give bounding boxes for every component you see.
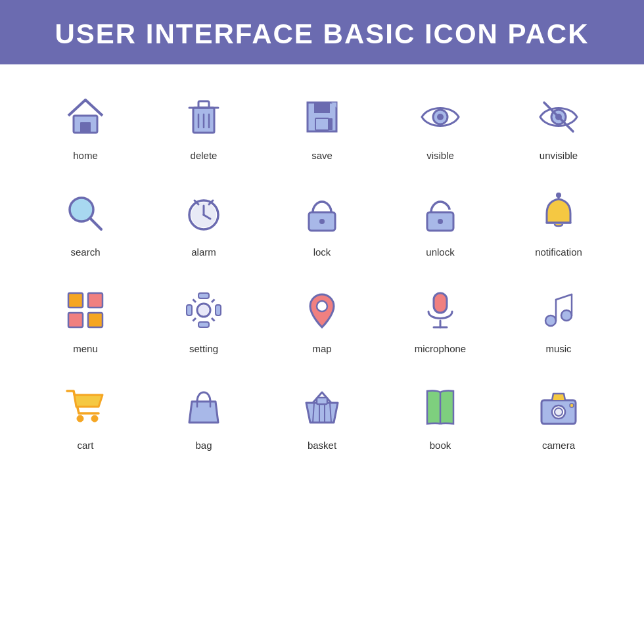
icon-item-unvisible: unvisible — [506, 91, 611, 161]
svg-point-24 — [319, 219, 325, 224]
setting-label: setting — [189, 343, 218, 354]
svg-rect-37 — [216, 305, 221, 315]
icon-item-notification: notification — [506, 187, 611, 258]
icon-item-setting: setting — [151, 284, 256, 354]
icon-row-1: home delete — [26, 78, 618, 174]
svg-line-14 — [544, 103, 573, 131]
svg-rect-30 — [68, 313, 83, 327]
svg-rect-39 — [434, 293, 447, 313]
icon-item-camera: camera — [506, 380, 611, 451]
book-icon — [414, 380, 467, 433]
header: USER INTERFACE BASIC ICON PACK — [0, 0, 644, 64]
svg-rect-4 — [198, 101, 209, 108]
icon-item-music: music — [506, 284, 611, 354]
bag-label: bag — [195, 440, 212, 451]
camera-icon — [532, 380, 585, 433]
camera-label: camera — [542, 440, 575, 451]
music-label: music — [545, 343, 571, 354]
icon-item-visible: visible — [388, 91, 493, 161]
icon-item-alarm: alarm — [151, 187, 256, 258]
unvisible-label: unvisible — [540, 150, 578, 161]
svg-point-59 — [555, 408, 563, 416]
cart-icon — [59, 380, 112, 433]
icon-row-2: search alarm — [26, 174, 618, 271]
svg-point-42 — [545, 315, 556, 326]
save-icon — [296, 91, 348, 143]
svg-rect-35 — [198, 322, 209, 327]
unlock-icon — [414, 187, 467, 240]
svg-point-47 — [77, 415, 83, 422]
icon-item-cart: cart — [33, 380, 138, 451]
unvisible-icon — [532, 91, 585, 143]
unlock-label: unlock — [426, 246, 454, 258]
menu-label: menu — [73, 343, 98, 354]
basket-icon — [296, 380, 348, 433]
home-icon — [59, 91, 112, 143]
svg-rect-1 — [80, 122, 91, 133]
delete-icon — [177, 91, 230, 143]
svg-line-16 — [90, 218, 101, 229]
bag-icon — [177, 380, 230, 433]
map-label: map — [312, 343, 331, 354]
page-title: USER INTERFACE BASIC ICON PACK — [13, 18, 631, 50]
setting-icon — [177, 284, 230, 336]
visible-icon — [414, 91, 467, 143]
music-icon — [532, 284, 585, 336]
icon-item-delete: delete — [151, 91, 256, 161]
icon-item-menu: menu — [33, 284, 138, 354]
notification-label: notification — [535, 246, 582, 258]
icon-item-home: home — [33, 91, 138, 161]
alarm-label: alarm — [191, 246, 216, 258]
svg-point-60 — [570, 403, 574, 407]
save-label: save — [311, 150, 333, 161]
svg-rect-55 — [317, 398, 327, 404]
icon-item-unlock: unlock — [388, 187, 493, 258]
microphone-label: microphone — [415, 343, 466, 354]
svg-rect-31 — [88, 313, 103, 327]
lock-icon — [296, 187, 348, 240]
svg-point-48 — [91, 415, 98, 422]
icon-row-3: menu — [26, 271, 618, 367]
lock-label: lock — [313, 246, 331, 258]
svg-rect-9 — [315, 118, 329, 130]
basket-label: basket — [308, 440, 336, 451]
notification-icon — [532, 187, 585, 240]
svg-point-27 — [556, 193, 561, 198]
icon-item-basket: basket — [269, 380, 375, 451]
menu-icon — [59, 284, 112, 336]
search-label: search — [70, 246, 100, 258]
icon-item-bag: bag — [151, 380, 256, 451]
icon-item-book: book — [388, 380, 493, 451]
microphone-icon — [414, 284, 467, 336]
search-icon — [59, 187, 112, 240]
svg-point-38 — [317, 301, 327, 311]
icon-item-map: map — [269, 284, 375, 354]
icon-item-microphone: microphone — [388, 284, 493, 354]
icon-item-search: search — [33, 187, 138, 258]
book-label: book — [430, 440, 451, 451]
map-icon — [296, 284, 348, 336]
svg-rect-29 — [88, 293, 103, 308]
icons-container: home delete — [0, 64, 644, 477]
svg-rect-36 — [187, 305, 192, 315]
svg-rect-28 — [68, 293, 83, 308]
svg-point-43 — [561, 310, 572, 321]
visible-label: visible — [426, 150, 454, 161]
svg-point-11 — [437, 114, 444, 120]
svg-line-46 — [556, 294, 572, 300]
alarm-icon — [177, 187, 230, 240]
cart-label: cart — [77, 440, 93, 451]
svg-point-33 — [198, 305, 209, 315]
icon-row-4: cart bag — [26, 367, 618, 464]
icon-item-lock: lock — [269, 187, 375, 258]
icon-item-save: save — [269, 91, 375, 161]
svg-point-26 — [438, 219, 443, 224]
delete-label: delete — [191, 150, 218, 161]
home-label: home — [73, 150, 98, 161]
svg-rect-34 — [198, 293, 209, 298]
